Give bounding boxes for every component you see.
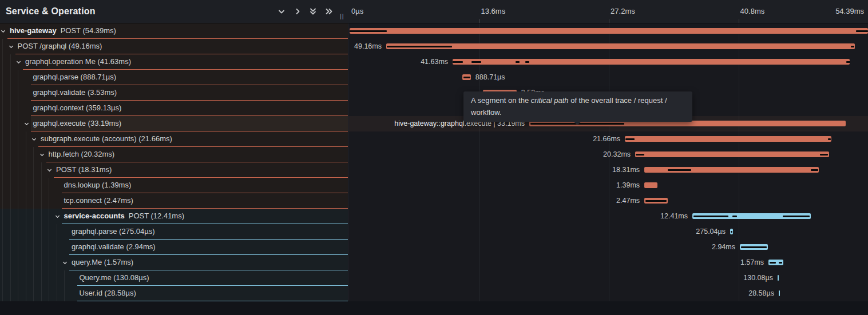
indent-guide xyxy=(18,147,18,162)
span-row[interactable]: Query.me (130.08µs) xyxy=(0,270,348,286)
span-label: service-accountsPOST (12.41ms) xyxy=(62,209,348,224)
indent-guide xyxy=(10,178,11,193)
span-row[interactable]: tcp.connect (2.47ms) xyxy=(0,193,348,209)
indent-guide xyxy=(10,85,11,101)
collapse-chevron-icon[interactable] xyxy=(39,151,45,158)
operation-name: graphql.validate (3.53ms) xyxy=(33,88,117,97)
indent-guide xyxy=(41,193,42,209)
critical-path-segment xyxy=(741,246,767,248)
critical-path-segment xyxy=(453,61,463,63)
critical-path-segment xyxy=(693,216,728,217)
indent-guide xyxy=(2,162,3,178)
indent-guide xyxy=(57,224,57,240)
span-bar[interactable] xyxy=(644,182,657,188)
operation-name: http.fetch (20.32ms) xyxy=(49,150,115,158)
indent-guide xyxy=(57,255,57,270)
indent-guide xyxy=(10,224,11,240)
span-row[interactable]: POST (18.31ms) xyxy=(0,162,348,178)
operation-name: POST (54.39ms) xyxy=(61,26,116,35)
span-row[interactable]: graphql.validate (2.94ms) xyxy=(0,240,348,255)
span-row[interactable]: dns.lookup (1.39ms) xyxy=(0,178,348,193)
span-row[interactable]: graphql.validate (3.53ms) xyxy=(0,85,348,101)
span-row[interactable]: graphql.parse (275.04µs) xyxy=(0,224,348,240)
critical-path-segment xyxy=(350,30,387,32)
chevrons-right-icon[interactable] xyxy=(324,7,334,16)
chevron-right-icon[interactable] xyxy=(293,7,302,16)
panel-resize-handle[interactable]: || xyxy=(340,13,344,19)
chevrons-down-icon[interactable] xyxy=(308,7,318,16)
indent-guide xyxy=(18,270,18,286)
indent-guide xyxy=(18,255,18,270)
span-row[interactable]: graphql.execute (33.19ms) xyxy=(0,116,348,131)
span-bar[interactable] xyxy=(625,136,831,142)
span-row[interactable]: query.Me (1.57ms) xyxy=(0,255,348,270)
span-row[interactable]: graphql.parse (888.71µs) xyxy=(0,70,348,85)
critical-path-segment xyxy=(820,154,828,155)
indent-guide xyxy=(26,131,26,147)
critical-path-segment xyxy=(625,138,635,140)
operation-name: POST (18.31ms) xyxy=(56,165,112,174)
span-row[interactable]: subgraph.execute (accounts) (21.66ms) xyxy=(0,131,348,147)
indent-guide xyxy=(10,240,11,255)
span-row[interactable]: graphql.operation Me (41.63ms) xyxy=(0,54,348,70)
span-label: tcp.connect (2.47ms) xyxy=(62,193,348,209)
operation-name: graphql.parse (275.04µs) xyxy=(72,227,155,236)
span-timeline-row: 41.63ms xyxy=(348,54,868,70)
span-bar[interactable] xyxy=(453,59,849,65)
indent-guide xyxy=(33,286,34,301)
indent-guide xyxy=(41,178,42,193)
indent-guide xyxy=(2,147,3,162)
indent-guide xyxy=(18,101,18,116)
indent-guide xyxy=(10,255,11,270)
span-timeline-row: 21.66ms xyxy=(348,131,868,147)
indent-guide xyxy=(10,101,11,116)
span-row[interactable]: http.fetch (20.32ms) xyxy=(0,147,348,162)
indent-guide xyxy=(49,286,49,301)
critical-path-segment xyxy=(645,200,667,202)
critical-path-segment xyxy=(851,46,854,47)
span-row[interactable]: POST /graphql (49.16ms) xyxy=(0,39,348,54)
span-label: hive-gatewayPOST (54.39ms) xyxy=(7,23,348,39)
span-bar[interactable] xyxy=(386,43,855,49)
collapse-chevron-icon[interactable] xyxy=(15,59,22,65)
span-row[interactable]: service-accountsPOST (12.41ms) xyxy=(0,209,348,224)
indent-guide xyxy=(41,286,42,301)
span-bar[interactable] xyxy=(779,290,780,296)
indent-guide xyxy=(18,178,18,193)
indent-guide xyxy=(41,270,42,286)
indent-guide xyxy=(33,240,34,255)
indent-guide xyxy=(2,116,3,131)
indent-guide xyxy=(2,193,3,209)
span-duration-label: 2.94ms xyxy=(712,240,735,255)
indent-guide xyxy=(18,286,18,301)
collapse-chevron-icon[interactable] xyxy=(54,213,61,220)
chevron-down-icon[interactable] xyxy=(277,7,286,16)
operation-name: graphql.operation Me (41.63ms) xyxy=(25,57,131,66)
collapse-chevron-icon[interactable] xyxy=(31,136,37,142)
span-timeline-row: 1.57ms xyxy=(348,255,868,270)
indent-guide xyxy=(49,240,49,255)
indent-guide xyxy=(33,147,34,162)
indent-guide xyxy=(2,255,3,270)
span-bar[interactable] xyxy=(350,28,868,34)
span-bar[interactable] xyxy=(778,275,779,281)
collapse-chevron-icon[interactable] xyxy=(8,43,14,50)
collapse-chevron-icon[interactable] xyxy=(62,260,68,266)
span-duration-label: 1.57ms xyxy=(740,255,764,270)
operation-name: dns.lookup (1.39ms) xyxy=(64,181,132,189)
indent-guide xyxy=(10,70,11,85)
span-duration-label: 888.71µs xyxy=(475,70,505,85)
collapse-chevron-icon[interactable] xyxy=(23,121,30,127)
collapse-chevron-icon[interactable] xyxy=(46,167,53,173)
span-row[interactable]: User.id (28.58µs) xyxy=(0,286,348,301)
span-label: Query.me (130.08µs) xyxy=(77,270,348,286)
timeline-tick-label: 0µs xyxy=(351,0,363,23)
span-row[interactable]: hive-gatewayPOST (54.39ms) xyxy=(0,23,348,39)
tooltip-text-italic: critical path xyxy=(531,96,569,105)
indent-guide xyxy=(2,131,3,147)
span-bar[interactable] xyxy=(635,151,829,157)
span-timeline-row: 2.94ms xyxy=(348,240,868,255)
collapse-chevron-icon[interactable] xyxy=(0,28,6,34)
span-row[interactable]: graphql.context (359.13µs) xyxy=(0,101,348,116)
critical-path-segment xyxy=(525,61,529,63)
